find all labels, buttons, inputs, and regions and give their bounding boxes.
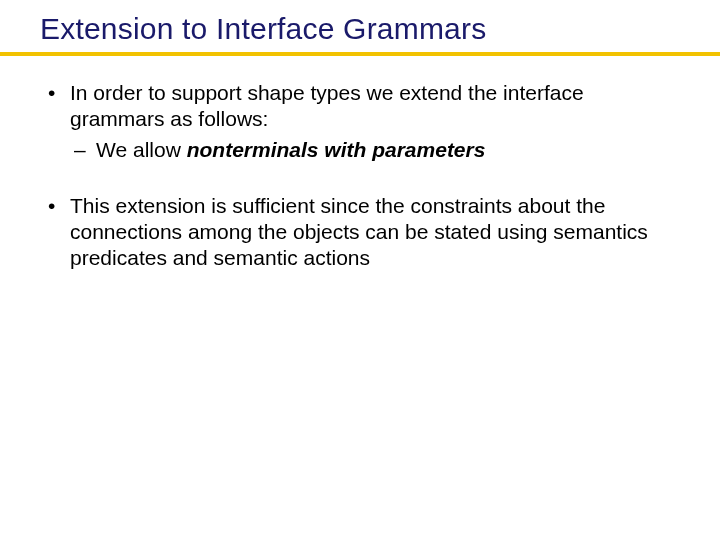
emphasis-text: nonterminals with parameters xyxy=(187,138,486,161)
title-area: Extension to Interface Grammars xyxy=(0,0,720,46)
slide: Extension to Interface Grammars In order… xyxy=(0,0,720,540)
bullet-list: In order to support shape types we exten… xyxy=(44,80,676,272)
list-item: In order to support shape types we exten… xyxy=(44,80,676,163)
slide-body: In order to support shape types we exten… xyxy=(0,56,720,272)
bullet-text: In order to support shape types we exten… xyxy=(70,81,584,130)
list-item: We allow nonterminals with parameters xyxy=(70,137,676,163)
bullet-text: This extension is sufficient since the c… xyxy=(70,194,648,270)
sub-bullet-list: We allow nonterminals with parameters xyxy=(70,137,676,163)
slide-title: Extension to Interface Grammars xyxy=(40,12,720,46)
list-item: This extension is sufficient since the c… xyxy=(44,193,676,272)
bullet-text: We allow xyxy=(96,138,187,161)
